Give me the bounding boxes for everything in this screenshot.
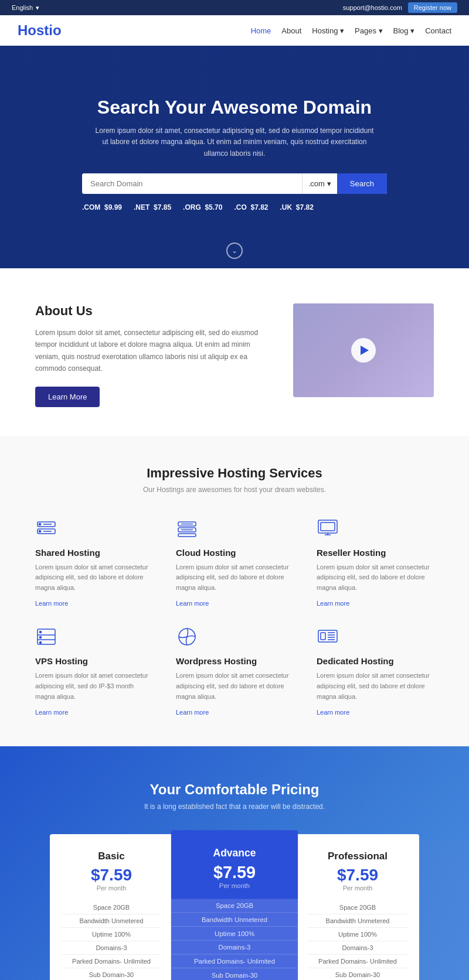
svg-rect-23 <box>321 633 325 640</box>
blog-chevron-icon: ▾ <box>410 26 414 35</box>
advance-f5: Sub Domain-30 <box>171 968 298 980</box>
service-dedicated: Dedicated Hosting Lorem ipsum dolor sit … <box>317 626 434 717</box>
svg-rect-12 <box>321 523 335 531</box>
vps-hosting-title: VPS Hosting <box>35 656 152 666</box>
cloud-hosting-link[interactable]: Learn more <box>176 600 209 607</box>
domain-ext-selector[interactable]: .com ▾ <box>302 173 337 194</box>
service-cloud: Cloud Hosting Lorem ipsum dolor sit amet… <box>176 517 293 609</box>
price-org: .ORG $5.70 <box>183 203 222 211</box>
basic-price: $7.59 <box>62 866 161 885</box>
svg-rect-8 <box>178 534 196 537</box>
services-grid: Shared Hosting Lorem ipsum dolor sit ame… <box>35 517 434 718</box>
professional-plan-name: Professional <box>308 851 407 862</box>
scroll-down-button[interactable]: ⌄ <box>226 243 243 259</box>
professional-features: Space 20GB Bandwidth Unmetered Uptime 10… <box>308 901 407 980</box>
price-net: .NET $7.85 <box>134 203 171 211</box>
pricing-advance: Advance $7.59 Per month Space 20GB Bandw… <box>171 830 298 980</box>
ext-chevron-icon: ▾ <box>327 179 331 188</box>
services-section: Impressive Hosting Services Our Hostings… <box>0 436 469 747</box>
nav-pages[interactable]: Pages ▾ <box>355 26 383 35</box>
learn-more-button[interactable]: Learn More <box>35 387 100 407</box>
advance-f4: Parked Domains- Unlimited <box>171 955 298 969</box>
cloud-hosting-title: Cloud Hosting <box>176 548 293 558</box>
pricing-professional: Professional $7.59 Per month Space 20GB … <box>296 834 419 980</box>
professional-price: $7.59 <box>308 866 407 885</box>
wordpress-hosting-link[interactable]: Learn more <box>176 709 209 716</box>
pro-f4: Parked Domains- Unlimited <box>308 955 407 968</box>
top-bar-right: support@hostio.com Register now <box>343 2 457 13</box>
dedicated-hosting-icon <box>317 626 340 649</box>
pricing-section: Your Comfortable Pricing It is a long es… <box>0 746 469 980</box>
hero-description: Lorem ipsum dolor sit amet, consectetur … <box>94 125 375 159</box>
services-subtitle: Our Hostings are awesomes for host your … <box>35 486 434 494</box>
service-shared: Shared Hosting Lorem ipsum dolor sit ame… <box>35 517 152 609</box>
hero-section: Search Your Awesome Domain Lorem ipsum d… <box>0 46 469 268</box>
basic-features: Space 20GB Bandwidth Unmetered Uptime 10… <box>62 901 161 980</box>
professional-period: Per month <box>308 885 407 892</box>
dedicated-hosting-title: Dedicated Hosting <box>317 656 434 666</box>
domain-search-bar: .com ▾ Search <box>82 173 387 194</box>
pro-f1: Bandwidth Unmetered <box>308 914 407 928</box>
about-video <box>293 303 434 397</box>
pricing-basic: Basic $7.59 Per month Space 20GB Bandwid… <box>50 834 173 980</box>
shared-hosting-link[interactable]: Learn more <box>35 600 68 607</box>
price-co: .CO $7.82 <box>234 203 268 211</box>
top-bar: English ▾ support@hostio.com Register no… <box>0 0 469 15</box>
about-section: About Us Lorem ipsum dolor sit amet, con… <box>0 268 469 436</box>
service-vps: VPS Hosting Lorem ipsum dolor sit amet c… <box>35 626 152 717</box>
nav-home[interactable]: Home <box>251 26 271 35</box>
pro-f3: Domains-3 <box>308 941 407 955</box>
wordpress-hosting-icon <box>176 626 199 649</box>
advance-features: Space 20GB Bandwidth Unmetered Uptime 10… <box>183 899 286 980</box>
basic-f2: Uptime 100% <box>62 928 161 941</box>
basic-period: Per month <box>62 885 161 892</box>
nav-hosting[interactable]: Hosting ▾ <box>312 26 344 35</box>
svg-point-18 <box>40 631 42 633</box>
pricing-grid: Basic $7.59 Per month Space 20GB Bandwid… <box>23 834 446 980</box>
wordpress-hosting-desc: Lorem ipsum dolor sit amet consectetur a… <box>176 671 293 702</box>
advance-f1: Bandwidth Unmetered <box>171 913 298 927</box>
wordpress-hosting-title: Wordpress Hosting <box>176 656 293 666</box>
email-label: support@hostio.com <box>343 4 402 11</box>
advance-period: Per month <box>183 882 286 889</box>
basic-plan-name: Basic <box>62 851 161 862</box>
reseller-hosting-desc: Lorem ipsum dolor sit amet consectetur a… <box>317 562 434 593</box>
vps-hosting-link[interactable]: Learn more <box>35 709 68 716</box>
language-label: English <box>12 4 33 11</box>
reseller-hosting-icon <box>317 517 340 541</box>
nav-blog[interactable]: Blog ▾ <box>393 26 415 35</box>
price-uk: .UK $7.82 <box>280 203 314 211</box>
language-selector[interactable]: English ▾ <box>12 4 39 12</box>
reseller-hosting-title: Reseller Hosting <box>317 548 434 558</box>
price-com: .COM $9.99 <box>82 203 122 211</box>
nav-about[interactable]: About <box>281 26 301 35</box>
search-button[interactable]: Search <box>337 173 387 194</box>
basic-f3: Domains-3 <box>62 941 161 955</box>
svg-point-19 <box>40 637 42 638</box>
dedicated-hosting-desc: Lorem ipsum dolor sit amet consectetur a… <box>317 671 434 702</box>
domain-prices: .COM $9.99 .NET $7.85 .ORG $5.70 .CO $7.… <box>82 203 387 211</box>
pro-f0: Space 20GB <box>308 901 407 914</box>
services-title: Impressive Hosting Services <box>35 466 434 481</box>
search-input[interactable] <box>82 173 302 194</box>
hero-content: Search Your Awesome Domain Lorem ipsum d… <box>82 97 387 211</box>
svg-rect-22 <box>318 630 337 642</box>
dedicated-hosting-link[interactable]: Learn more <box>317 709 349 716</box>
vps-hosting-desc: Lorem ipsum dolor sit amet consectetur a… <box>35 671 152 702</box>
svg-point-20 <box>40 642 42 644</box>
about-description: Lorem ipsum dolor sit amet, consectetur … <box>35 327 270 375</box>
service-reseller: Reseller Hosting Lorem ipsum dolor sit a… <box>317 517 434 609</box>
advance-f2: Uptime 100% <box>171 927 298 941</box>
nav-contact[interactable]: Contact <box>425 26 451 35</box>
logo[interactable]: Hostio <box>18 22 62 39</box>
register-button[interactable]: Register now <box>408 2 457 13</box>
reseller-hosting-link[interactable]: Learn more <box>317 600 349 607</box>
svg-point-3 <box>39 530 41 532</box>
play-button[interactable] <box>351 338 376 363</box>
hosting-chevron-icon: ▾ <box>340 26 344 35</box>
about-title: About Us <box>35 303 270 319</box>
shared-hosting-desc: Lorem ipsum dolor sit amet consectetur a… <box>35 562 152 593</box>
basic-f0: Space 20GB <box>62 901 161 914</box>
pro-f5: Sub Domain-30 <box>308 968 407 980</box>
basic-f1: Bandwidth Unmetered <box>62 914 161 928</box>
